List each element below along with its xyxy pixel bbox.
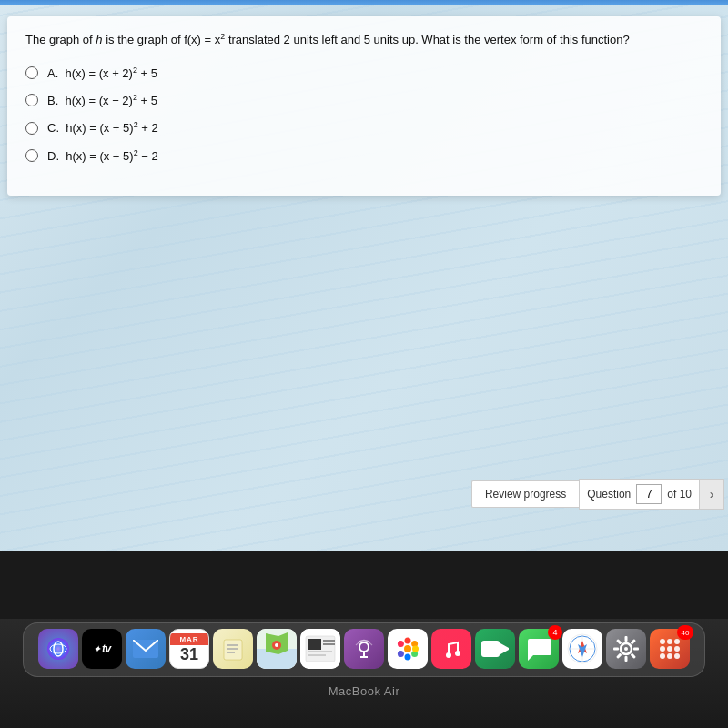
svg-rect-47 — [631, 653, 636, 659]
dock-icon-podcasts[interactable] — [344, 629, 384, 669]
dock-icon-news[interactable] — [300, 629, 340, 669]
svg-point-58 — [660, 653, 665, 659]
radio-c[interactable] — [25, 122, 38, 135]
dock-area: ✦tv MAR 31 — [0, 619, 728, 728]
svg-point-43 — [624, 647, 628, 651]
dock-icon-siri[interactable] — [38, 629, 78, 669]
svg-rect-34 — [481, 641, 500, 657]
dock-icon-mail[interactable] — [126, 629, 166, 669]
answer-label-d: D. h(x) = (x + 5)2 − 2 — [47, 148, 158, 163]
dock-icon-facetime[interactable] — [475, 629, 515, 669]
dock-icon-launchpad[interactable]: 40 — [650, 629, 690, 669]
dock-icon-calendar[interactable]: MAR 31 — [169, 629, 209, 669]
dock-icon-music[interactable] — [431, 629, 471, 669]
svg-point-32 — [446, 652, 451, 658]
question-total-label: of 10 — [667, 488, 692, 500]
svg-point-12 — [275, 643, 278, 647]
macbook-label: MacBook Air — [329, 684, 399, 698]
dock-icon-safari[interactable] — [562, 629, 602, 669]
svg-point-24 — [404, 645, 411, 652]
dock-icon-photos[interactable] — [388, 629, 428, 669]
svg-rect-49 — [616, 653, 622, 659]
radio-b[interactable] — [25, 94, 38, 106]
review-progress-button[interactable]: Review progress — [471, 480, 579, 508]
svg-rect-44 — [625, 636, 628, 642]
next-arrow[interactable]: › — [699, 479, 724, 510]
svg-marker-35 — [500, 643, 509, 654]
svg-point-55 — [660, 646, 665, 652]
dock: ✦tv MAR 31 — [23, 622, 705, 677]
svg-point-59 — [667, 653, 672, 659]
screen-area: The graph of h is the graph of f(x) = x2… — [0, 5, 728, 551]
answer-label-a: A. h(x) = (x + 2)2 + 5 — [47, 66, 157, 80]
svg-point-57 — [674, 646, 680, 652]
svg-point-31 — [412, 646, 419, 652]
answer-option-d[interactable]: D. h(x) = (x + 5)2 − 2 — [25, 148, 703, 163]
radio-a[interactable] — [25, 66, 38, 79]
dock-icon-system-prefs[interactable] — [606, 629, 646, 669]
question-number-input[interactable] — [636, 484, 662, 504]
svg-rect-51 — [616, 639, 622, 644]
dock-icon-appletv[interactable]: ✦tv — [82, 629, 122, 669]
svg-rect-46 — [633, 648, 639, 651]
answer-option-b[interactable]: B. h(x) = (x − 2)2 + 5 — [25, 93, 703, 107]
answer-label-b: B. h(x) = (x − 2)2 + 5 — [47, 93, 157, 107]
question-nav: Question of 10 — [579, 479, 699, 510]
svg-rect-48 — [625, 656, 628, 662]
svg-point-20 — [359, 642, 369, 652]
launchpad-badge: 40 — [677, 625, 693, 640]
dock-icon-maps[interactable] — [257, 629, 297, 669]
svg-point-54 — [674, 639, 680, 644]
messages-badge: 4 — [548, 625, 562, 640]
svg-point-29 — [398, 651, 404, 657]
svg-point-52 — [660, 639, 665, 644]
svg-point-60 — [674, 653, 680, 659]
svg-point-53 — [667, 639, 672, 644]
bottom-toolbar: Review progress Question of 10 › — [0, 479, 728, 510]
svg-point-28 — [405, 654, 411, 661]
question-text: The graph of h is the graph of f(x) = x2… — [25, 31, 703, 49]
svg-rect-4 — [224, 640, 242, 660]
dock-icon-messages[interactable]: 4 — [519, 629, 559, 669]
svg-point-56 — [667, 646, 672, 652]
svg-point-30 — [398, 641, 404, 647]
answer-option-c[interactable]: C. h(x) = (x + 5)2 + 2 — [25, 120, 703, 135]
dock-icon-notes[interactable] — [213, 629, 253, 669]
question-nav-label: Question — [587, 488, 631, 500]
question-card: The graph of h is the graph of f(x) = x2… — [7, 16, 721, 196]
radio-d[interactable] — [25, 149, 38, 162]
svg-point-25 — [405, 638, 411, 644]
svg-rect-15 — [308, 639, 321, 650]
answer-option-a[interactable]: A. h(x) = (x + 2)2 + 5 — [25, 66, 703, 80]
svg-rect-50 — [613, 648, 619, 651]
answer-label-c: C. h(x) = (x + 5)2 + 2 — [47, 120, 158, 135]
svg-point-33 — [455, 651, 460, 656]
svg-rect-45 — [631, 639, 636, 644]
